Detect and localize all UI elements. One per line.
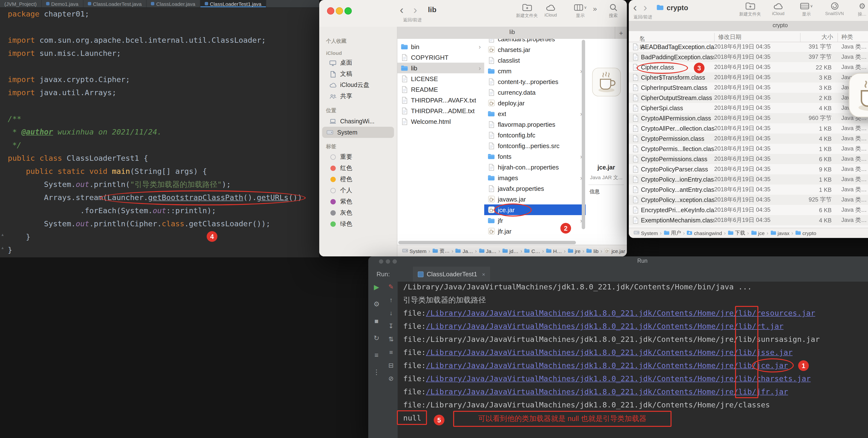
file-item[interactable]: javafx.properties — [484, 183, 586, 194]
print-icon[interactable]: ≡ — [385, 347, 397, 358]
fold-marker-icon[interactable]: ▴ — [1, 232, 4, 237]
snailsvn-button[interactable]: SnailSVN — [821, 1, 848, 16]
path-item[interactable]: 资… — [432, 247, 450, 254]
column-header-date[interactable]: 修改日期 — [718, 33, 741, 41]
code-line[interactable]: } — [8, 244, 12, 257]
back-button[interactable]: ‹ — [633, 2, 637, 13]
table-row[interactable]: Cipher$Transform.class2018年6月19日 04:353 … — [629, 72, 868, 83]
sidebar-item-ChasingWi...[interactable]: ChasingWi... — [322, 116, 394, 127]
view-button[interactable]: ∨ 显示 — [567, 3, 594, 19]
code-line[interactable]: System.out.println(Cipher.class.getClass… — [8, 217, 271, 231]
file-item[interactable]: deploy.jar — [484, 97, 586, 108]
code-line[interactable]: package chapter01; — [8, 8, 89, 21]
sidebar-item-System[interactable]: System — [322, 127, 394, 138]
code-line[interactable]: } — [8, 231, 30, 244]
new-folder-button[interactable]: 新建文件夹 — [737, 1, 764, 18]
path-item[interactable]: 下载 — [728, 230, 745, 236]
vertical-scrollbar[interactable] — [582, 40, 585, 242]
code-line[interactable]: import javax.crypto.Cipher; — [8, 73, 130, 86]
path-item[interactable]: javax — [770, 230, 789, 236]
table-row[interactable]: CryptoPolicy...xception.class2018年6月19日 … — [629, 195, 868, 205]
scrollbar-thumb[interactable] — [582, 40, 585, 229]
file-item[interactable]: flavormap.properties — [484, 119, 586, 130]
table-row[interactable]: ExemptionMechanism.class2018年6月19日 04:35… — [629, 215, 868, 225]
column-divider[interactable] — [800, 33, 801, 42]
table-row[interactable]: CryptoPolicy...ionEntry.class2018年6月19日 … — [629, 174, 868, 184]
clear-all-icon[interactable]: ⊟ — [385, 360, 397, 371]
file-item[interactable]: charsets.jar — [484, 44, 586, 55]
path-item[interactable]: System — [634, 230, 658, 236]
code-line[interactable]: import com.sun.org.apache.bcel.internal.… — [8, 34, 266, 47]
tab-classloadertest1[interactable]: ClassLoaderTest1 × — [413, 267, 490, 282]
console-file-link[interactable]: /Library/Java/JavaVirtualMachines/jdk1.8… — [426, 361, 788, 370]
table-row[interactable]: BadPaddingException.class2018年6月19日 04:3… — [629, 52, 868, 62]
table-row[interactable]: AEADBadTagException.class2018年6月19日 04:3… — [629, 42, 868, 52]
file-item[interactable]: hijrah-con...properties — [484, 162, 586, 172]
table-row[interactable]: CryptoAllPermission.class2018年6月19日 04:3… — [629, 113, 868, 123]
table-row[interactable]: CryptoPermission.class2018年6月19日 04:354 … — [629, 134, 868, 144]
file-item[interactable]: cmm› — [484, 65, 586, 76]
sidebar-item-桌面[interactable]: 桌面 — [322, 57, 394, 68]
new-folder-button[interactable]: 新建文件夹 — [513, 3, 540, 19]
console-file-link[interactable]: /Library/Java/JavaVirtualMachines/jdk1.8… — [426, 348, 793, 357]
file-item[interactable]: fonts› — [484, 151, 586, 162]
code-line[interactable]: * @author wuxinhua on 2021/11/24. — [8, 126, 162, 139]
sidebar-item-绿色[interactable]: 绿色 — [322, 218, 394, 230]
scrollbar-thumb[interactable] — [398, 241, 576, 244]
file-item[interactable]: ext› — [484, 108, 586, 119]
icloud-button[interactable]: iCloud — [765, 1, 792, 16]
code-line[interactable]: import sun.misc.Launcher; — [8, 47, 121, 60]
minimize-button[interactable] — [336, 7, 343, 14]
tab-crypto[interactable]: crypto — [773, 22, 788, 28]
forward-button[interactable]: › — [413, 4, 417, 16]
file-item[interactable]: fontconfig...perties.src — [484, 140, 586, 151]
toolbar-overflow-icon[interactable]: » — [593, 4, 597, 12]
down-stack-trace-icon[interactable]: ↓ — [385, 308, 397, 319]
code-editor[interactable]: package chapter01;import com.sun.org.apa… — [0, 7, 319, 257]
code-line[interactable]: public class ClassLoaderTest1 { — [8, 152, 148, 165]
file-item[interactable]: Welcome.html — [397, 116, 484, 127]
view-button[interactable]: ∨ 显示 — [793, 1, 820, 18]
sidebar-item-灰色[interactable]: 灰色 — [322, 207, 394, 218]
sidebar-item-个人[interactable]: 个人 — [322, 185, 394, 196]
file-item[interactable]: README — [397, 84, 484, 95]
table-row[interactable]: CryptoPermissions.class2018年6月19日 04:356… — [629, 154, 868, 164]
code-line[interactable]: /** — [8, 113, 21, 126]
path-item[interactable]: jd… — [502, 248, 519, 254]
horizontal-scrollbar[interactable] — [398, 241, 583, 244]
code-line[interactable]: .forEach(System.out::println); — [8, 204, 216, 217]
file-item[interactable]: jce.jar — [484, 204, 586, 215]
sidebar-item-重要[interactable]: 重要 — [322, 151, 394, 163]
zoom-button[interactable] — [344, 7, 352, 14]
code-line[interactable]: */ — [8, 139, 21, 152]
file-item[interactable]: LICENSE — [397, 73, 484, 84]
up-stack-trace-icon[interactable]: ↑ — [385, 295, 397, 305]
layout-icon[interactable]: ≡ — [368, 350, 385, 360]
edit-source-icon[interactable]: ✎ — [385, 282, 397, 292]
back-button[interactable]: ‹ — [400, 4, 403, 16]
icloud-button[interactable]: iCloud — [537, 3, 564, 18]
column-divider[interactable] — [837, 33, 838, 42]
sidebar-item-紫色[interactable]: 紫色 — [322, 196, 394, 207]
table-row[interactable]: CryptoPermis...llection.class2018年6月19日 … — [629, 144, 868, 154]
editor-tab-4[interactable]: ClassLoaderTest1.java — [200, 0, 266, 7]
table-row[interactable]: CipherOutputStream.class2018年6月19日 04:35… — [629, 93, 868, 103]
table-row[interactable]: CryptoAllPer...ollection.class2018年6月19日… — [629, 123, 868, 134]
sidebar-item-文稿[interactable]: 文稿 — [322, 68, 394, 80]
console-file-link[interactable]: /Library/Java/JavaVirtualMachines/jdk1.8… — [426, 387, 788, 396]
path-item[interactable]: 用户 — [663, 230, 681, 236]
path-item[interactable]: Ja… — [478, 248, 496, 254]
editor-tab-2[interactable]: ClassLoaderTest.java — [83, 0, 147, 7]
forward-button[interactable]: › — [643, 2, 647, 13]
file-item[interactable]: content-ty...properties — [484, 76, 586, 87]
console-file-link[interactable]: /Library/Java/JavaVirtualMachines/jdk1.8… — [426, 374, 810, 383]
file-item[interactable]: classlist — [484, 55, 586, 65]
scroll-to-end-icon[interactable]: ↧ — [385, 321, 397, 332]
file-item[interactable]: COPYRIGHT — [397, 52, 484, 63]
code-line[interactable]: public static void main(String[] args) { — [8, 165, 207, 178]
more-options-icon[interactable]: ⋮ — [368, 367, 385, 377]
file-item[interactable]: calendars.properties — [484, 39, 586, 44]
file-item[interactable]: images› — [484, 172, 586, 183]
tab-lib[interactable]: lib — [509, 29, 515, 35]
column-header-size[interactable]: 大小 — [800, 33, 833, 41]
